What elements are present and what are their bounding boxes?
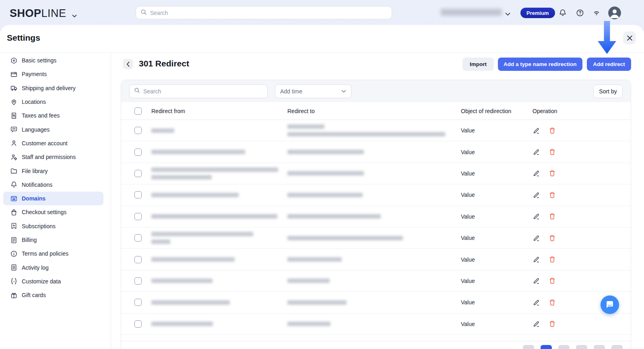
delete-trash-icon[interactable] bbox=[549, 127, 556, 134]
table-search-input[interactable] bbox=[143, 88, 263, 95]
sidebar-item-checkout-settings[interactable]: Checkout settings bbox=[3, 205, 103, 219]
redacted-text bbox=[287, 124, 324, 129]
sidebar-item-file-library[interactable]: File library bbox=[3, 164, 103, 178]
logo-text-light: LINE bbox=[41, 7, 66, 20]
language-bubble-icon: EN bbox=[10, 126, 17, 133]
sidebar-item-domains[interactable]: Domains bbox=[3, 192, 103, 205]
chat-widget-button[interactable] bbox=[601, 295, 619, 314]
chevron-down-icon bbox=[72, 8, 77, 21]
redacted-text bbox=[151, 167, 278, 172]
sidebar-item-terms-and-policies[interactable]: Terms and policies bbox=[3, 247, 103, 260]
table-row: Value bbox=[121, 141, 631, 163]
table-row: Value bbox=[121, 120, 631, 141]
edit-icon[interactable] bbox=[533, 191, 540, 199]
row-checkbox[interactable] bbox=[134, 170, 142, 177]
page-button[interactable] bbox=[611, 345, 623, 349]
redacted-text bbox=[151, 257, 235, 262]
page-button[interactable] bbox=[523, 345, 534, 349]
store-chevron-down-icon[interactable] bbox=[505, 10, 510, 18]
sidebar-item-locations[interactable]: Locations bbox=[3, 95, 103, 109]
delete-trash-icon[interactable] bbox=[549, 169, 556, 177]
close-settings-button[interactable] bbox=[623, 31, 636, 44]
store-name-redacted[interactable] bbox=[441, 9, 502, 16]
row-checkbox[interactable] bbox=[134, 234, 142, 242]
edit-icon[interactable] bbox=[533, 213, 540, 220]
global-search-input[interactable] bbox=[150, 10, 387, 16]
add-redirect-button[interactable]: Add redirect bbox=[587, 58, 631, 71]
shopping-bag-icon bbox=[10, 209, 17, 216]
add-type-name-redirection-button[interactable]: Add a type name redirection bbox=[498, 58, 582, 71]
page-button[interactable] bbox=[558, 345, 570, 349]
braces-icon: a bbox=[10, 278, 17, 285]
row-checkbox[interactable] bbox=[134, 191, 142, 198]
sort-by-button[interactable]: Sort by bbox=[593, 85, 623, 98]
edit-icon[interactable] bbox=[533, 169, 540, 177]
delete-trash-icon[interactable] bbox=[549, 213, 556, 220]
import-button[interactable]: Import bbox=[462, 58, 494, 71]
page-button[interactable] bbox=[594, 345, 605, 349]
redacted-text bbox=[287, 322, 330, 326]
wifi-icon[interactable] bbox=[592, 9, 601, 17]
row-checkbox[interactable] bbox=[134, 149, 142, 156]
sidebar-item-payments[interactable]: Payments bbox=[3, 67, 103, 81]
page-button[interactable] bbox=[541, 345, 552, 349]
redacted-text bbox=[151, 214, 277, 219]
back-button[interactable] bbox=[123, 59, 133, 69]
row-checkbox[interactable] bbox=[134, 299, 142, 306]
redacted-text bbox=[151, 193, 239, 197]
sidebar-item-notifications[interactable]: Notifications bbox=[3, 178, 103, 192]
row-checkbox[interactable] bbox=[134, 127, 142, 134]
sidebar-item-languages[interactable]: ENLanguages bbox=[3, 122, 103, 136]
sidebar-item-billing[interactable]: Billing bbox=[3, 233, 103, 247]
sidebar-item-staff-and-permissions[interactable]: Staff and permissions bbox=[3, 150, 103, 164]
table-footer bbox=[121, 341, 631, 349]
sidebar-item-label: Terms and policies bbox=[22, 250, 68, 257]
edit-icon[interactable] bbox=[533, 256, 540, 263]
shopline-logo[interactable]: SHOPLINE bbox=[10, 6, 77, 21]
delete-trash-icon[interactable] bbox=[549, 320, 556, 328]
add-time-filter[interactable]: Add time bbox=[275, 85, 351, 98]
page-button[interactable] bbox=[576, 345, 587, 349]
select-all-checkbox[interactable] bbox=[134, 107, 142, 115]
row-checkbox[interactable] bbox=[134, 320, 142, 328]
sidebar-item-gift-cards[interactable]: Gift cards bbox=[3, 288, 103, 302]
sidebar-item-basic-settings[interactable]: Basic settings bbox=[3, 54, 103, 67]
delete-trash-icon[interactable] bbox=[549, 148, 556, 156]
settings-sidebar: Basic settingsPaymentsShipping and deliv… bbox=[0, 53, 111, 349]
edit-icon[interactable] bbox=[533, 320, 540, 328]
edit-icon[interactable] bbox=[533, 148, 540, 156]
premium-badge[interactable]: Premium bbox=[520, 8, 555, 18]
sidebar-item-label: Basic settings bbox=[22, 57, 56, 64]
redacted-text bbox=[287, 300, 347, 305]
edit-icon[interactable] bbox=[533, 127, 540, 134]
delete-trash-icon[interactable] bbox=[549, 234, 556, 242]
sidebar-item-customer-account[interactable]: Customer account bbox=[3, 136, 103, 150]
avatar[interactable] bbox=[608, 6, 621, 19]
object-of-redirection-value: Value bbox=[461, 192, 531, 198]
column-operation: Operation bbox=[531, 108, 631, 114]
sidebar-item-activity-log[interactable]: Activity log bbox=[3, 260, 103, 274]
sidebar-item-customize-data[interactable]: aCustomize data bbox=[3, 275, 103, 288]
delete-trash-icon[interactable] bbox=[549, 299, 556, 306]
edit-icon[interactable] bbox=[533, 277, 540, 285]
sidebar-item-taxes-and-fees[interactable]: Taxes and fees bbox=[3, 109, 103, 122]
edit-icon[interactable] bbox=[533, 234, 540, 242]
help-icon[interactable] bbox=[576, 9, 584, 17]
gift-icon bbox=[10, 292, 17, 299]
delete-trash-icon[interactable] bbox=[549, 277, 556, 285]
map-pin-icon bbox=[10, 99, 17, 105]
redacted-text bbox=[151, 279, 213, 283]
edit-icon[interactable] bbox=[533, 299, 540, 306]
sidebar-item-label: File library bbox=[22, 168, 48, 174]
sidebar-item-label: Payments bbox=[22, 71, 47, 77]
sidebar-item-shipping-and-delivery[interactable]: Shipping and delivery bbox=[3, 81, 103, 95]
row-checkbox[interactable] bbox=[134, 277, 142, 285]
table-row: Value bbox=[121, 227, 631, 249]
redacted-text bbox=[287, 171, 364, 176]
sidebar-item-subscriptions[interactable]: Subscriptions bbox=[3, 219, 103, 233]
row-checkbox[interactable] bbox=[134, 256, 142, 263]
delete-trash-icon[interactable] bbox=[549, 256, 556, 263]
row-checkbox[interactable] bbox=[134, 213, 142, 220]
delete-trash-icon[interactable] bbox=[549, 191, 556, 199]
notifications-bell-icon[interactable] bbox=[559, 9, 567, 17]
